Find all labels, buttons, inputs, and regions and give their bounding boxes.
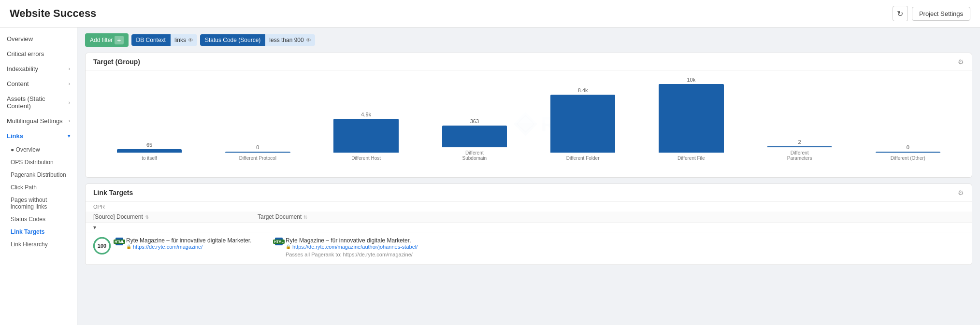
sidebar-item-assets[interactable]: Assets (Static Content)› [0,91,77,113]
bar-label-2: Different Host [351,155,381,161]
bar-group-3: 363 Different Subdomain [420,118,529,161]
sidebar-subitem-label: Pages without incoming links [11,197,47,210]
filter-tag-status-code-value: less than 900 👁 [265,34,315,46]
bar-label-6: Different Parameters [778,150,821,161]
bar-label-0: to itself [142,155,157,161]
bar-group-7: 0 Different (Other) [854,144,962,161]
target-link-item: HTML Ryte Magazine – für innovative digi… [275,237,964,257]
expand-row[interactable]: ▾ [86,223,972,232]
bar-3 [442,126,507,147]
bar-label-1: Different Protocol [239,155,276,161]
source-data-col: HTML Ryte Magazine – für innovative digi… [115,237,275,252]
html-badge-source: HTML [114,240,125,244]
sidebar-subitem-link-hierarchy[interactable]: Link Hierarchy [0,238,77,251]
sidebar: OverviewCritical errorsIndexability›Cont… [0,28,77,325]
target-doc-info: Ryte Magazine – für innovative digitale … [286,237,418,257]
source-doc-info: Ryte Magazine – für innovative digitale … [126,237,251,250]
chart-settings-icon[interactable]: ⚙ [958,58,964,66]
lock-icon-target: 🔒 [286,244,291,249]
chevron-icon: › [69,100,70,105]
chart-card-header: Target (Group) ⚙ [86,53,972,71]
target-page-url[interactable]: 🔒 https://de.ryte.com/magazine/author/jo… [286,244,418,250]
target-page-title: Ryte Magazine – für innovative digitale … [286,237,418,244]
bar-group-2: 4.9k Different Host [312,112,420,161]
sidebar-item-label: Assets (Static Content) [7,95,69,110]
bar-label-7: Different (Other) [891,155,925,161]
app-header: Website Success ↻ Project Settings [0,0,980,28]
main-content: Add filter + DB Context links 👁 Status C… [77,28,980,325]
sidebar-subitem-ops-distribution[interactable]: OPS Distribution [0,156,77,169]
sidebar-item-content[interactable]: Content› [0,76,77,91]
filter-tag-status-code[interactable]: Status Code (Source) less than 900 👁 [200,34,315,46]
sidebar-item-label: Links [7,132,23,140]
source-col-label: [Source] Document [93,213,143,220]
sort-icon-target: ⇅ [303,214,307,220]
expand-icon[interactable]: ▾ [93,224,96,231]
sidebar-subitem-click-path[interactable]: Click Path [0,181,77,194]
bar-value-6: 2 [798,139,801,145]
source-url-text: https://de.ryte.com/magazine/ [133,244,202,250]
sidebar-subitem-overview-sub[interactable]: ● Overview [0,143,77,156]
add-filter-plus-icon: + [115,36,123,44]
passes-pagerank-text: Passes all Pagerank to: https://de.ryte.… [286,252,418,257]
sidebar-subitem-pagerank-distribution[interactable]: Pagerank Distribution [0,169,77,181]
target-site-icon: HTML [275,238,283,245]
add-filter-button[interactable]: Add filter + [85,33,129,47]
bar-group-6: 2 Different Parameters [746,139,854,161]
sidebar-subitem-status-codes[interactable]: Status Codes [0,213,77,226]
chart-area: RY 65 to itself 0 Different Protocol 4.9… [86,71,972,177]
bar-value-2: 4.9k [361,112,371,117]
chevron-icon: › [69,118,70,124]
table-header-row: [Source] Document ⇅ Target Document ⇅ [86,212,972,223]
add-filter-label: Add filter [90,37,113,43]
bar-7 [876,152,941,153]
sidebar-item-label: Overview [7,35,33,42]
sidebar-subitem-link-targets[interactable]: Link Targets [0,226,77,238]
html-badge-target: HTML [273,240,284,244]
bar-value-5: 10k [687,77,696,83]
bars-container: 65 to itself 0 Different Protocol 4.9k D… [95,79,962,161]
bar-group-0: 65 to itself [95,142,203,161]
source-page-title: Ryte Magazine – für innovative digitale … [126,237,251,244]
sidebar-subitem-pages-without-incoming[interactable]: Pages without incoming links [0,194,77,213]
sidebar-item-overview-top[interactable]: Overview [0,31,77,46]
source-page-url[interactable]: 🔒 https://de.ryte.com/magazine/ [126,244,251,250]
sidebar-item-multilingual[interactable]: Multilingual Settings› [0,113,77,128]
refresh-icon: ↻ [897,9,903,18]
chevron-icon: › [69,66,70,71]
filter-tag-db-context-value: links 👁 [171,34,197,46]
sidebar-item-label: Critical errors [7,50,44,57]
filter-tag-db-context-label: DB Context [131,34,171,46]
bar-4 [550,95,616,153]
sidebar-item-label: Indexability [7,65,38,72]
project-settings-button[interactable]: Project Settings [912,7,970,21]
target-url-text: https://de.ryte.com/magazine/author/joha… [292,244,418,250]
filter-bar: Add filter + DB Context links 👁 Status C… [85,33,972,47]
source-col-header[interactable]: [Source] Document ⇅ [93,213,258,220]
sidebar-subitem-label: Pagerank Distribution [11,171,66,178]
chevron-down-icon: ▾ [68,133,70,139]
link-targets-card: Link Targets ⚙ OPR [Source] Document ⇅ T… [85,184,972,265]
link-targets-settings-icon[interactable]: ⚙ [958,189,964,197]
sort-icon-source: ⇅ [145,214,149,220]
header-actions: ↻ Project Settings [893,6,970,21]
eye-icon-2: 👁 [306,37,311,43]
sidebar-subitem-label: Link Hierarchy [11,241,48,248]
sidebar-item-critical-errors[interactable]: Critical errors [0,46,77,61]
sidebar-item-links-parent[interactable]: Links▾ [0,128,77,143]
chevron-icon: › [69,81,70,86]
sidebar-item-indexability[interactable]: Indexability› [0,61,77,76]
link-targets-card-header: Link Targets ⚙ [86,184,972,202]
refresh-button[interactable]: ↻ [893,6,908,21]
opr-label: OPR [86,202,972,212]
bar-2 [333,119,399,153]
bar-value-1: 0 [256,144,259,150]
filter-tag-db-context[interactable]: DB Context links 👁 [131,34,197,46]
eye-icon: 👁 [188,37,193,43]
main-layout: OverviewCritical errorsIndexability›Cont… [0,28,980,325]
bar-value-7: 0 [907,144,909,150]
bar-5 [659,84,724,153]
bar-value-3: 363 [470,118,479,124]
bar-1 [225,152,290,153]
target-col-header[interactable]: Target Document ⇅ [258,213,964,220]
